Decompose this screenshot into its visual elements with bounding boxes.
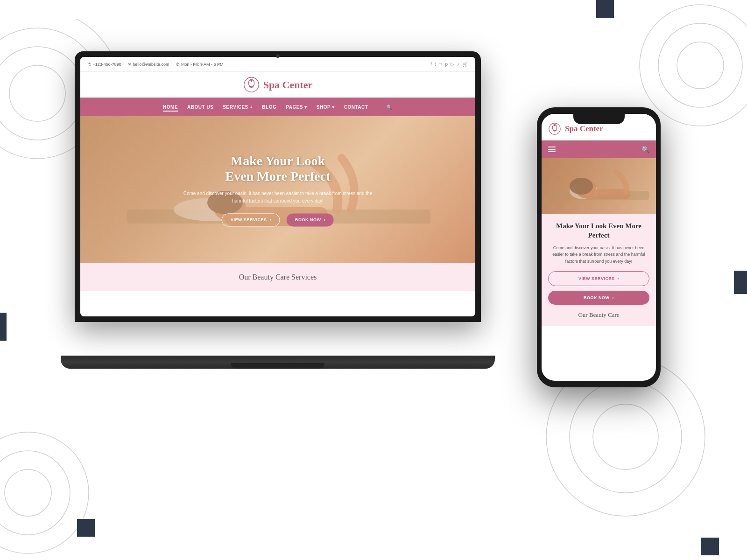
nav-contact[interactable]: CONTACT — [344, 105, 368, 110]
topbar-phone: ✆ +123-456-7890 — [88, 62, 121, 67]
arrow-icon: › — [269, 217, 271, 222]
phone-body: Spa Center 🔍 — [537, 107, 661, 387]
nav-shop[interactable]: SHOP ▾ — [317, 105, 335, 110]
hero-description: Come and discover your oasis. It has nev… — [180, 190, 376, 205]
services-preview: Our Beauty Care Services — [80, 263, 475, 291]
svg-point-23 — [554, 125, 556, 126]
hero-content: Make Your LookEven More Perfect Come and… — [120, 153, 436, 226]
cart-icon[interactable]: 🛒 — [462, 62, 468, 67]
phone-mockup: Spa Center 🔍 — [537, 107, 661, 387]
phone-search-icon[interactable]: 🔍 — [641, 146, 649, 153]
phone-logo-text: Spa Center — [565, 124, 603, 133]
logo-icon — [243, 77, 260, 93]
hero-buttons: VIEW SERVICES › BOOK NOW › — [120, 213, 436, 226]
nav-about[interactable]: ABOUT US — [187, 105, 213, 110]
phone-notch — [573, 114, 625, 124]
phone-logo-icon — [548, 122, 561, 135]
laptop-camera — [276, 54, 280, 58]
nav-home[interactable]: HOME — [163, 105, 178, 110]
social-pinterest: p — [445, 62, 448, 67]
social-twitter: t — [435, 62, 436, 67]
phone-hero-description: Come and discover your oasis. It has nev… — [548, 245, 649, 265]
topbar-hours: ⏱ Mon - Fri: 9 AM - 6 PM — [176, 62, 223, 67]
nav-services[interactable]: SERVICES + — [223, 105, 253, 110]
nav-search-icon[interactable]: 🔍 — [387, 105, 393, 110]
svg-point-15 — [250, 80, 252, 82]
view-services-button[interactable]: VIEW SERVICES › — [222, 213, 280, 226]
site-hero: Make Your LookEven More Perfect Come and… — [80, 116, 475, 263]
social-tiktok: ♪ — [457, 62, 459, 67]
phone-nav: 🔍 — [542, 140, 656, 158]
phone-content: Make Your Look Even More Perfect Come an… — [542, 214, 656, 326]
site-topbar: ✆ +123-456-7890 ✉ hello@website.com ⏱ Mo… — [80, 57, 475, 72]
nav-blog[interactable]: BLOG — [262, 105, 276, 110]
laptop-base — [61, 356, 495, 369]
topbar-email: ✉ hello@website.com — [128, 62, 169, 67]
nav-pages[interactable]: PAGES ▾ — [286, 105, 307, 110]
site-logo: Spa Center — [243, 77, 313, 93]
phone-arrow-icon-2: › — [613, 295, 614, 300]
phone-arrow-icon-1: › — [617, 276, 619, 281]
laptop-mockup: ✆ +123-456-7890 ✉ hello@website.com ⏱ Mo… — [75, 51, 481, 369]
site-navigation: HOME ABOUT US SERVICES + BLOG PAGES ▾ SH… — [80, 98, 475, 116]
hero-title: Make Your LookEven More Perfect — [120, 153, 436, 184]
social-instagram: ◻ — [438, 62, 442, 67]
site-logo-area: Spa Center — [80, 72, 475, 98]
services-section-title: Our Beauty Care Services — [239, 273, 317, 281]
svg-point-28 — [570, 178, 593, 195]
social-youtube: ▷ — [451, 62, 454, 67]
book-now-button[interactable]: BOOK NOW › — [287, 213, 334, 226]
arrow-icon-2: › — [324, 217, 325, 222]
hamburger-menu-icon[interactable] — [548, 147, 556, 152]
phone-book-now-button[interactable]: BOOK NOW › — [548, 291, 649, 305]
phone-screen: Spa Center 🔍 — [542, 114, 656, 381]
phone-hero-title: Make Your Look Even More Perfect — [548, 222, 649, 240]
laptop-screen: ✆ +123-456-7890 ✉ hello@website.com ⏱ Mo… — [80, 57, 475, 316]
phone-section-title: Our Beauty Care — [548, 311, 649, 319]
main-scene: ✆ +123-456-7890 ✉ hello@website.com ⏱ Mo… — [0, 0, 747, 560]
phone-view-services-button[interactable]: VIEW SERVICES › — [548, 271, 649, 286]
social-facebook: f — [430, 62, 432, 67]
topbar-right: f t ◻ p ▷ ♪ 🛒 — [430, 62, 468, 67]
topbar-left: ✆ +123-456-7890 ✉ hello@website.com ⏱ Mo… — [88, 62, 224, 67]
phone-hero — [542, 158, 656, 214]
laptop-body: ✆ +123-456-7890 ✉ hello@website.com ⏱ Mo… — [75, 51, 481, 322]
logo-text: Spa Center — [263, 79, 313, 91]
